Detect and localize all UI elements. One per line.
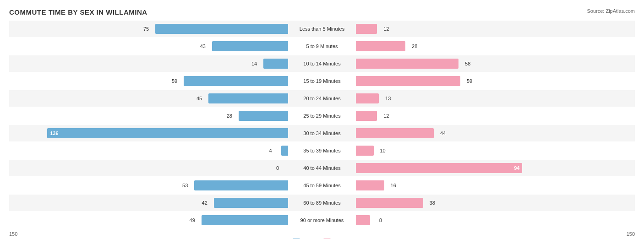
left-section: 14: [9, 55, 290, 72]
female-value: 16: [391, 183, 396, 188]
male-bar: 28: [239, 111, 288, 121]
female-value: 28: [412, 43, 417, 49]
female-value: 44: [440, 130, 446, 136]
male-bar: 136: [47, 128, 288, 138]
right-section: 12: [354, 108, 635, 124]
chart-title: COMMUTE TIME BY SEX IN WILLAMINA: [9, 8, 635, 16]
male-value: 49: [190, 217, 195, 223]
male-bar: 14: [263, 59, 288, 69]
left-section: 45: [9, 90, 290, 107]
male-value: 75: [143, 26, 149, 32]
male-bar: 4: [281, 146, 288, 156]
male-value: 136: [50, 130, 58, 136]
male-bar: 49: [202, 215, 288, 225]
axis-left: 150: [9, 231, 17, 237]
female-value: 12: [383, 26, 389, 32]
right-section: 38: [354, 195, 635, 211]
table-row: 59 15 to 19 Minutes 59: [9, 73, 635, 89]
male-bar: 45: [208, 93, 288, 103]
male-value: 45: [196, 96, 202, 101]
left-section: 42: [9, 195, 290, 211]
row-label: 15 to 19 Minutes: [303, 78, 340, 84]
female-value: 10: [380, 148, 385, 153]
row-label: 25 to 29 Minutes: [303, 113, 340, 119]
left-section: 75: [9, 21, 290, 37]
table-row: 28 25 to 29 Minutes 12: [9, 108, 635, 124]
left-section: 4: [9, 142, 290, 159]
male-value: 42: [202, 200, 207, 206]
female-bar: 16: [356, 180, 384, 190]
female-bar: 8: [356, 215, 370, 225]
female-value: 8: [379, 217, 382, 223]
female-bar: 10: [356, 146, 374, 156]
male-bar: 42: [214, 198, 288, 208]
right-section: 10: [354, 142, 635, 159]
female-value: 94: [514, 165, 519, 171]
table-row: 14 10 to 14 Minutes 58: [9, 55, 635, 72]
row-label: Less than 5 Minutes: [300, 26, 344, 32]
female-bar: 13: [356, 93, 379, 103]
chart-container: COMMUTE TIME BY SEX IN WILLAMINA Source:…: [0, 0, 644, 239]
row-label: 90 or more Minutes: [300, 217, 344, 223]
table-row: 43 5 to 9 Minutes 28: [9, 38, 635, 54]
left-section: 28: [9, 108, 290, 124]
female-value: 12: [383, 113, 389, 119]
male-value: 0: [276, 165, 279, 171]
male-bar: 43: [212, 41, 288, 51]
left-section: 43: [9, 38, 290, 54]
row-label: 45 to 59 Minutes: [303, 183, 340, 188]
female-bar: 38: [356, 198, 423, 208]
source-label: Source: ZipAtlas.com: [587, 8, 635, 14]
right-section: 8: [354, 212, 635, 228]
female-bar: 58: [356, 59, 458, 69]
left-section: 0: [9, 160, 290, 176]
male-bar: 75: [155, 24, 288, 34]
axis-labels: 150 150: [9, 231, 635, 237]
row-label: 10 to 14 Minutes: [303, 61, 340, 66]
female-bar: 12: [356, 111, 377, 121]
table-row: 42 60 to 89 Minutes 38: [9, 195, 635, 211]
female-bar: 12: [356, 24, 377, 34]
row-label: 30 to 34 Minutes: [303, 130, 340, 136]
right-section: 59: [354, 73, 635, 89]
row-label: 35 to 39 Minutes: [303, 148, 340, 153]
table-row: 4 35 to 39 Minutes 10: [9, 142, 635, 159]
right-section: 12: [354, 21, 635, 37]
table-row: 75 Less than 5 Minutes 12: [9, 21, 635, 37]
male-bar: 53: [194, 180, 288, 190]
female-value: 58: [465, 61, 470, 66]
row-label: 20 to 24 Minutes: [303, 96, 340, 101]
male-value: 53: [182, 183, 188, 188]
table-row: 0 40 to 44 Minutes 94: [9, 160, 635, 176]
table-row: 45 20 to 24 Minutes 13: [9, 90, 635, 107]
left-section: 59: [9, 73, 290, 89]
female-value: 59: [467, 78, 472, 84]
male-value: 59: [172, 78, 177, 84]
bars-area: 75 Less than 5 Minutes 12 43 5 to 9 Minu…: [9, 21, 635, 228]
axis-right: 150: [627, 231, 635, 237]
row-label: 60 to 89 Minutes: [303, 200, 340, 206]
row-label: 5 to 9 Minutes: [306, 43, 338, 49]
male-value: 4: [269, 148, 272, 153]
female-value: 13: [385, 96, 391, 101]
table-row: 53 45 to 59 Minutes 16: [9, 177, 635, 194]
right-section: 58: [354, 55, 635, 72]
row-label: 40 to 44 Minutes: [303, 165, 340, 171]
right-section: 44: [354, 125, 635, 141]
left-section: 136: [9, 125, 290, 141]
female-bar: 94: [356, 163, 522, 173]
male-value: 43: [200, 43, 206, 49]
left-section: 53: [9, 177, 290, 194]
male-bar: 59: [184, 76, 288, 86]
female-value: 38: [430, 200, 435, 206]
female-bar: 44: [356, 128, 434, 138]
female-bar: 59: [356, 76, 460, 86]
female-bar: 28: [356, 41, 405, 51]
table-row: 136 30 to 34 Minutes 44: [9, 125, 635, 141]
male-value: 28: [227, 113, 232, 119]
right-section: 94: [354, 160, 635, 176]
right-section: 16: [354, 177, 635, 194]
right-section: 13: [354, 90, 635, 107]
table-row: 49 90 or more Minutes 8: [9, 212, 635, 228]
right-section: 28: [354, 38, 635, 54]
